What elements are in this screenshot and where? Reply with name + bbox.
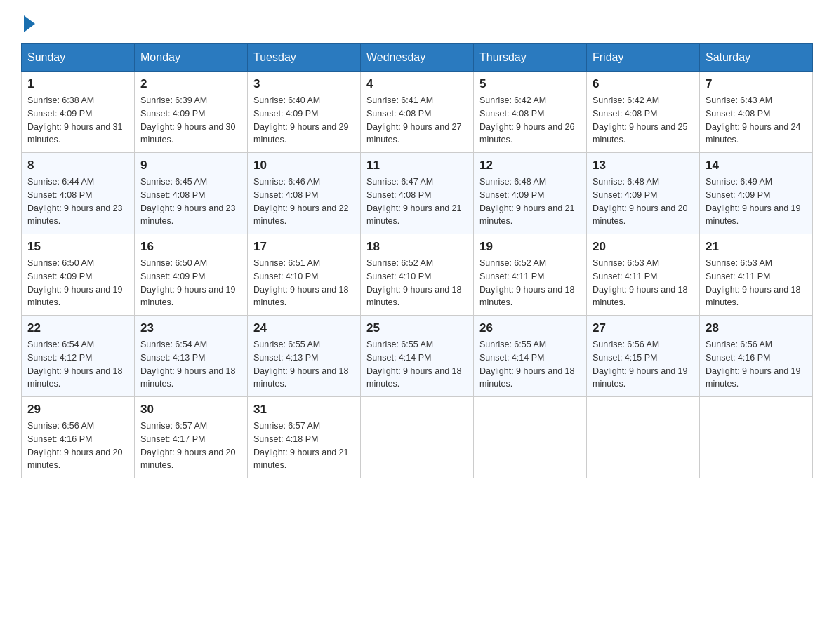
day-info: Sunrise: 6:48 AM Sunset: 4:09 PM Dayligh… xyxy=(479,175,581,228)
day-cell-30: 30 Sunrise: 6:57 AM Sunset: 4:17 PM Dayl… xyxy=(135,397,248,478)
day-cell-7: 7 Sunrise: 6:43 AM Sunset: 4:08 PM Dayli… xyxy=(700,72,813,153)
day-number: 31 xyxy=(253,403,355,417)
logo-arrow-icon xyxy=(24,15,35,32)
day-cell-15: 15 Sunrise: 6:50 AM Sunset: 4:09 PM Dayl… xyxy=(22,234,135,316)
day-cell-26: 26 Sunrise: 6:55 AM Sunset: 4:14 PM Dayl… xyxy=(474,316,587,397)
day-cell-29: 29 Sunrise: 6:56 AM Sunset: 4:16 PM Dayl… xyxy=(22,397,135,478)
day-info: Sunrise: 6:49 AM Sunset: 4:09 PM Dayligh… xyxy=(706,175,807,228)
day-info: Sunrise: 6:46 AM Sunset: 4:08 PM Dayligh… xyxy=(253,175,355,228)
day-number: 26 xyxy=(479,321,581,335)
day-info: Sunrise: 6:52 AM Sunset: 4:11 PM Dayligh… xyxy=(479,257,581,309)
day-cell-24: 24 Sunrise: 6:55 AM Sunset: 4:13 PM Dayl… xyxy=(248,316,361,397)
day-info: Sunrise: 6:40 AM Sunset: 4:09 PM Dayligh… xyxy=(253,94,355,147)
day-cell-12: 12 Sunrise: 6:48 AM Sunset: 4:09 PM Dayl… xyxy=(474,153,587,234)
day-info: Sunrise: 6:45 AM Sunset: 4:08 PM Dayligh… xyxy=(140,175,241,228)
day-number: 23 xyxy=(140,321,241,335)
week-row-5: 29 Sunrise: 6:56 AM Sunset: 4:16 PM Dayl… xyxy=(22,397,813,478)
day-info: Sunrise: 6:42 AM Sunset: 4:08 PM Dayligh… xyxy=(479,94,581,147)
day-number: 18 xyxy=(366,240,468,254)
day-number: 10 xyxy=(253,159,355,173)
days-header-row: SundayMondayTuesdayWednesdayThursdayFrid… xyxy=(22,44,813,72)
day-cell-27: 27 Sunrise: 6:56 AM Sunset: 4:15 PM Dayl… xyxy=(587,316,700,397)
header-monday: Monday xyxy=(135,44,248,72)
day-info: Sunrise: 6:55 AM Sunset: 4:13 PM Dayligh… xyxy=(253,338,355,391)
day-info: Sunrise: 6:56 AM Sunset: 4:15 PM Dayligh… xyxy=(593,338,694,391)
day-info: Sunrise: 6:50 AM Sunset: 4:09 PM Dayligh… xyxy=(27,257,128,309)
day-info: Sunrise: 6:41 AM Sunset: 4:08 PM Dayligh… xyxy=(366,94,468,147)
day-number: 24 xyxy=(253,321,355,335)
day-number: 30 xyxy=(140,403,241,417)
header-saturday: Saturday xyxy=(700,44,813,72)
day-number: 15 xyxy=(27,240,128,254)
day-cell-21: 21 Sunrise: 6:53 AM Sunset: 4:11 PM Dayl… xyxy=(700,234,813,316)
day-number: 28 xyxy=(706,321,807,335)
day-info: Sunrise: 6:51 AM Sunset: 4:10 PM Dayligh… xyxy=(253,257,355,309)
day-cell-10: 10 Sunrise: 6:46 AM Sunset: 4:08 PM Dayl… xyxy=(248,153,361,234)
day-number: 29 xyxy=(27,403,128,417)
day-number: 7 xyxy=(706,77,807,91)
day-number: 5 xyxy=(479,77,581,91)
day-info: Sunrise: 6:56 AM Sunset: 4:16 PM Dayligh… xyxy=(706,338,807,391)
day-info: Sunrise: 6:50 AM Sunset: 4:09 PM Dayligh… xyxy=(140,257,241,309)
day-cell-9: 9 Sunrise: 6:45 AM Sunset: 4:08 PM Dayli… xyxy=(135,153,248,234)
day-number: 2 xyxy=(140,77,241,91)
day-cell-4: 4 Sunrise: 6:41 AM Sunset: 4:08 PM Dayli… xyxy=(361,72,474,153)
day-cell-19: 19 Sunrise: 6:52 AM Sunset: 4:11 PM Dayl… xyxy=(474,234,587,316)
day-cell-20: 20 Sunrise: 6:53 AM Sunset: 4:11 PM Dayl… xyxy=(587,234,700,316)
day-cell-6: 6 Sunrise: 6:42 AM Sunset: 4:08 PM Dayli… xyxy=(587,72,700,153)
day-number: 3 xyxy=(253,77,355,91)
header-tuesday: Tuesday xyxy=(248,44,361,72)
day-info: Sunrise: 6:39 AM Sunset: 4:09 PM Dayligh… xyxy=(140,94,241,147)
day-cell-11: 11 Sunrise: 6:47 AM Sunset: 4:08 PM Dayl… xyxy=(361,153,474,234)
day-number: 1 xyxy=(27,77,128,91)
day-cell-5: 5 Sunrise: 6:42 AM Sunset: 4:08 PM Dayli… xyxy=(474,72,587,153)
day-info: Sunrise: 6:56 AM Sunset: 4:16 PM Dayligh… xyxy=(27,420,128,472)
day-cell-22: 22 Sunrise: 6:54 AM Sunset: 4:12 PM Dayl… xyxy=(22,316,135,397)
day-info: Sunrise: 6:52 AM Sunset: 4:10 PM Dayligh… xyxy=(366,257,468,309)
day-number: 16 xyxy=(140,240,241,254)
day-cell-28: 28 Sunrise: 6:56 AM Sunset: 4:16 PM Dayl… xyxy=(700,316,813,397)
header-thursday: Thursday xyxy=(474,44,587,72)
day-cell-17: 17 Sunrise: 6:51 AM Sunset: 4:10 PM Dayl… xyxy=(248,234,361,316)
day-number: 19 xyxy=(479,240,581,254)
day-info: Sunrise: 6:48 AM Sunset: 4:09 PM Dayligh… xyxy=(593,175,694,228)
week-row-2: 8 Sunrise: 6:44 AM Sunset: 4:08 PM Dayli… xyxy=(22,153,813,234)
day-info: Sunrise: 6:54 AM Sunset: 4:13 PM Dayligh… xyxy=(140,338,241,391)
day-info: Sunrise: 6:44 AM Sunset: 4:08 PM Dayligh… xyxy=(27,175,128,228)
day-cell-2: 2 Sunrise: 6:39 AM Sunset: 4:09 PM Dayli… xyxy=(135,72,248,153)
day-number: 8 xyxy=(27,159,128,173)
day-info: Sunrise: 6:57 AM Sunset: 4:17 PM Dayligh… xyxy=(140,420,241,472)
day-cell-25: 25 Sunrise: 6:55 AM Sunset: 4:14 PM Dayl… xyxy=(361,316,474,397)
empty-cell xyxy=(700,397,813,478)
week-row-1: 1 Sunrise: 6:38 AM Sunset: 4:09 PM Dayli… xyxy=(22,72,813,153)
page-header xyxy=(21,14,813,29)
day-number: 13 xyxy=(593,159,694,173)
day-info: Sunrise: 6:47 AM Sunset: 4:08 PM Dayligh… xyxy=(366,175,468,228)
day-number: 25 xyxy=(366,321,468,335)
day-info: Sunrise: 6:53 AM Sunset: 4:11 PM Dayligh… xyxy=(706,257,807,309)
day-number: 6 xyxy=(593,77,694,91)
day-info: Sunrise: 6:42 AM Sunset: 4:08 PM Dayligh… xyxy=(593,94,694,147)
day-number: 21 xyxy=(706,240,807,254)
day-number: 4 xyxy=(366,77,468,91)
day-number: 27 xyxy=(593,321,694,335)
day-cell-14: 14 Sunrise: 6:49 AM Sunset: 4:09 PM Dayl… xyxy=(700,153,813,234)
day-info: Sunrise: 6:55 AM Sunset: 4:14 PM Dayligh… xyxy=(479,338,581,391)
day-cell-16: 16 Sunrise: 6:50 AM Sunset: 4:09 PM Dayl… xyxy=(135,234,248,316)
day-cell-18: 18 Sunrise: 6:52 AM Sunset: 4:10 PM Dayl… xyxy=(361,234,474,316)
day-cell-13: 13 Sunrise: 6:48 AM Sunset: 4:09 PM Dayl… xyxy=(587,153,700,234)
day-info: Sunrise: 6:54 AM Sunset: 4:12 PM Dayligh… xyxy=(27,338,128,391)
week-row-3: 15 Sunrise: 6:50 AM Sunset: 4:09 PM Dayl… xyxy=(22,234,813,316)
empty-cell xyxy=(474,397,587,478)
day-number: 14 xyxy=(706,159,807,173)
day-number: 9 xyxy=(140,159,241,173)
day-cell-8: 8 Sunrise: 6:44 AM Sunset: 4:08 PM Dayli… xyxy=(22,153,135,234)
day-cell-31: 31 Sunrise: 6:57 AM Sunset: 4:18 PM Dayl… xyxy=(248,397,361,478)
calendar-table: SundayMondayTuesdayWednesdayThursdayFrid… xyxy=(21,43,813,478)
logo xyxy=(21,14,35,29)
day-cell-3: 3 Sunrise: 6:40 AM Sunset: 4:09 PM Dayli… xyxy=(248,72,361,153)
day-info: Sunrise: 6:55 AM Sunset: 4:14 PM Dayligh… xyxy=(366,338,468,391)
day-info: Sunrise: 6:53 AM Sunset: 4:11 PM Dayligh… xyxy=(593,257,694,309)
day-info: Sunrise: 6:43 AM Sunset: 4:08 PM Dayligh… xyxy=(706,94,807,147)
week-row-4: 22 Sunrise: 6:54 AM Sunset: 4:12 PM Dayl… xyxy=(22,316,813,397)
